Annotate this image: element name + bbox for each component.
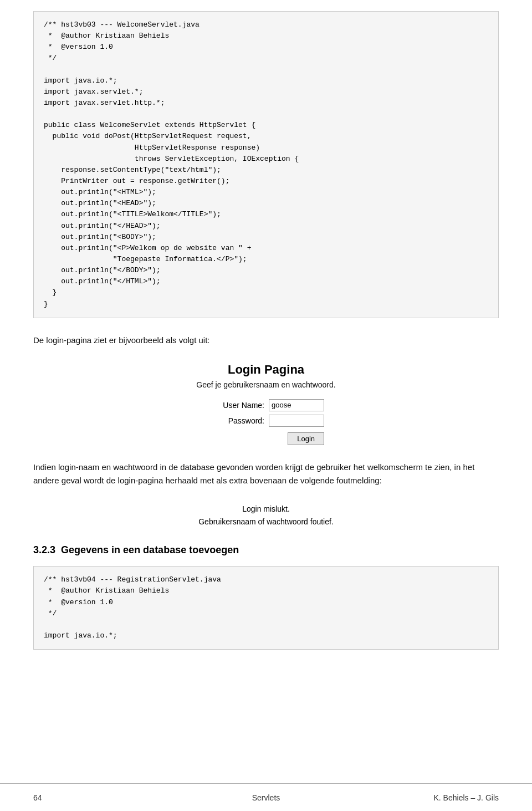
footer-right-text: K. Behiels – J. Gils [434,793,499,802]
password-row: Password: [208,415,324,427]
section-title: Gegevens in een database toevoegen [61,544,239,555]
error-line-1: Login mislukt. [33,503,499,516]
section-number: 3.2.3 [33,544,55,555]
footer-center-text: Servlets [252,793,280,802]
paragraph-2: Indien login-naam en wachtwoord in de da… [33,461,499,487]
error-line-2: Gebruikersnaam of wachtwoord foutief. [33,516,499,529]
password-input[interactable] [269,415,324,427]
login-demo-title: Login Pagina [228,363,304,377]
paragraph-1: De login-pagina ziet er bijvoorbeeld als… [33,334,499,347]
section-heading: 3.2.3 Gegevens in een database toevoegen [33,544,499,556]
footer-page-number: 64 [33,793,42,802]
error-message-box: Login mislukt. Gebruikersnaam of wachtwo… [33,503,499,529]
username-label: User Name: [208,401,269,410]
password-label: Password: [208,416,269,425]
login-button-row: Login [208,430,324,445]
code-block-2: /** hst3vb04 --- RegistrationServlet.jav… [33,566,499,650]
username-input[interactable] [269,399,324,411]
page-footer: 64 Servlets K. Behiels – J. Gils [0,783,532,811]
login-demo: Login Pagina Geef je gebruikersnaam en w… [33,363,499,445]
login-demo-subtitle: Geef je gebruikersnaam en wachtwoord. [196,380,335,389]
username-row: User Name: [208,399,324,411]
code-block-1: /** hst3vb03 --- WelcomeServlet.java * @… [33,11,499,318]
login-form: User Name: Password: Login [208,399,324,445]
login-button[interactable]: Login [288,432,324,445]
